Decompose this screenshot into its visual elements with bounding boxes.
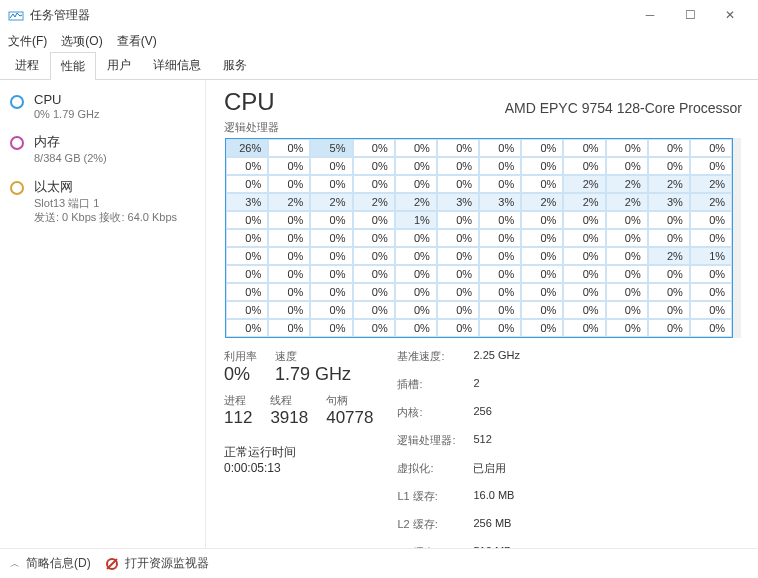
core-cell: 3%: [479, 193, 521, 211]
core-cell: 0%: [226, 175, 268, 193]
info-value: 512: [473, 433, 491, 448]
core-cell: 0%: [310, 229, 352, 247]
core-cell: 0%: [310, 265, 352, 283]
core-cell: 0%: [606, 247, 648, 265]
brief-label: 简略信息(D): [26, 555, 91, 572]
resmon-label: 打开资源监视器: [125, 555, 209, 572]
core-cell: 1%: [690, 247, 732, 265]
core-cell: 0%: [563, 139, 605, 157]
core-cell: 0%: [690, 139, 732, 157]
util-value: 0%: [224, 364, 257, 385]
sidebar-item-memory[interactable]: 内存 8/384 GB (2%): [0, 127, 205, 171]
core-cell: 0%: [648, 301, 690, 319]
info-key: 插槽:: [397, 377, 459, 392]
uptime-value: 0:00:05:13: [224, 461, 373, 475]
core-cell: 0%: [226, 229, 268, 247]
brief-view-link[interactable]: ︿ 简略信息(D): [10, 555, 91, 572]
core-cell: 0%: [310, 283, 352, 301]
core-cell: 0%: [353, 247, 395, 265]
info-value: 2.25 GHz: [473, 349, 519, 364]
core-cell: 2%: [606, 175, 648, 193]
core-cell: 0%: [521, 139, 563, 157]
handle-value: 40778: [326, 408, 373, 428]
minimize-button[interactable]: ─: [630, 1, 670, 29]
info-key: L2 缓存:: [397, 517, 459, 532]
core-cell: 0%: [521, 247, 563, 265]
core-cell: 0%: [353, 229, 395, 247]
core-cell: 0%: [606, 229, 648, 247]
tab-users[interactable]: 用户: [96, 51, 142, 79]
core-cell: 0%: [395, 229, 437, 247]
core-cell: 0%: [690, 301, 732, 319]
speed-label: 速度: [275, 349, 351, 364]
core-cell: 0%: [353, 265, 395, 283]
core-cell: 0%: [521, 265, 563, 283]
core-cell: 0%: [437, 301, 479, 319]
core-cell: 0%: [648, 283, 690, 301]
menu-options[interactable]: 选项(O): [61, 33, 102, 50]
core-cell: 0%: [563, 283, 605, 301]
core-cell: 0%: [310, 247, 352, 265]
core-cell: 0%: [690, 229, 732, 247]
core-cell: 0%: [563, 319, 605, 337]
info-value: 16.0 MB: [473, 489, 514, 504]
core-cell: 0%: [353, 157, 395, 175]
sidebar-net-sub: Slot13 端口 1: [34, 196, 177, 210]
core-cell: 0%: [479, 175, 521, 193]
core-cell: 0%: [226, 157, 268, 175]
core-cell: 0%: [268, 139, 310, 157]
core-cell: 2%: [690, 193, 732, 211]
core-cell: 0%: [479, 301, 521, 319]
core-cell: 0%: [395, 139, 437, 157]
core-cell: 2%: [310, 193, 352, 211]
tab-details[interactable]: 详细信息: [142, 51, 212, 79]
core-cell: 0%: [437, 211, 479, 229]
core-cell: 2%: [563, 193, 605, 211]
core-cell: 3%: [226, 193, 268, 211]
close-button[interactable]: ✕: [710, 1, 750, 29]
thread-label: 线程: [270, 393, 308, 408]
grid-label: 逻辑处理器: [224, 120, 742, 135]
core-cell: 0%: [268, 247, 310, 265]
core-cell: 0%: [521, 229, 563, 247]
core-cell: 0%: [226, 283, 268, 301]
core-cell: 0%: [563, 157, 605, 175]
cpu-model: AMD EPYC 9754 128-Core Processor: [505, 100, 742, 116]
core-utilization-grid[interactable]: 26%0%5%0%0%0%0%0%0%0%0%0%0%0%0%0%0%0%0%0…: [225, 138, 733, 338]
core-cell: 0%: [268, 319, 310, 337]
core-cell: 0%: [521, 211, 563, 229]
core-cell: 0%: [268, 157, 310, 175]
core-cell: 0%: [606, 301, 648, 319]
menu-view[interactable]: 查看(V): [117, 33, 157, 50]
info-row: L2 缓存:256 MB: [397, 517, 519, 532]
window-title: 任务管理器: [30, 7, 90, 24]
info-value: 2: [473, 377, 479, 392]
core-cell: 0%: [437, 247, 479, 265]
info-key: 逻辑处理器:: [397, 433, 459, 448]
menu-file[interactable]: 文件(F): [8, 33, 47, 50]
core-cell: 0%: [479, 247, 521, 265]
sidebar-item-ethernet[interactable]: 以太网 Slot13 端口 1 发送: 0 Kbps 接收: 64.0 Kbps: [0, 172, 205, 231]
core-cell: 0%: [268, 301, 310, 319]
core-cell: 0%: [563, 229, 605, 247]
core-cell: 0%: [563, 247, 605, 265]
page-title: CPU: [224, 88, 275, 116]
core-cell: 0%: [226, 211, 268, 229]
maximize-button[interactable]: ☐: [670, 1, 710, 29]
util-label: 利用率: [224, 349, 257, 364]
info-value: 512 MB: [473, 545, 511, 548]
sidebar-item-cpu[interactable]: CPU 0% 1.79 GHz: [0, 86, 205, 127]
core-cell: 0%: [268, 211, 310, 229]
core-cell: 0%: [521, 301, 563, 319]
core-cell: 0%: [353, 211, 395, 229]
resource-monitor-link[interactable]: 打开资源监视器: [105, 555, 209, 572]
core-cell: 2%: [563, 175, 605, 193]
core-cell: 0%: [395, 157, 437, 175]
core-cell: 5%: [310, 139, 352, 157]
grid-scrollbar[interactable]: [733, 138, 741, 338]
tab-performance[interactable]: 性能: [50, 52, 96, 80]
core-cell: 0%: [648, 319, 690, 337]
tab-processes[interactable]: 进程: [4, 51, 50, 79]
info-row: L1 缓存:16.0 MB: [397, 489, 519, 504]
tab-services[interactable]: 服务: [212, 51, 258, 79]
